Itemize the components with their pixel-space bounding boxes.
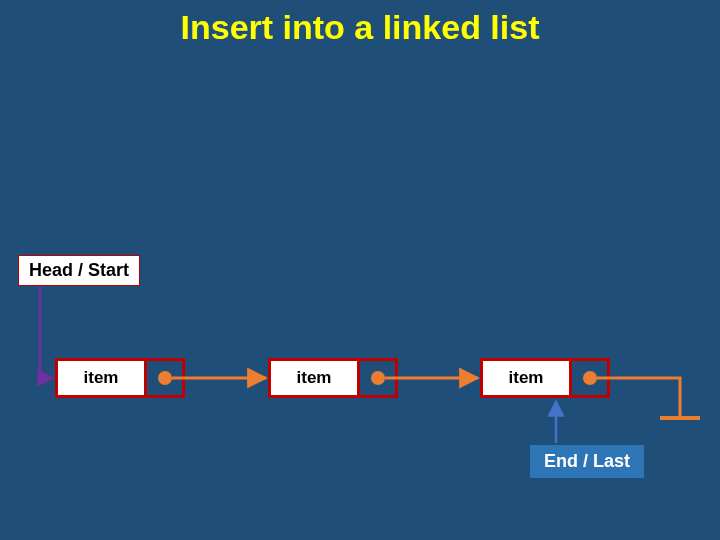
head-label: Head / Start xyxy=(18,255,140,286)
pointer-dot-icon xyxy=(371,371,385,385)
node-item-cell: item xyxy=(483,361,572,395)
end-label: End / Last xyxy=(530,445,644,478)
list-node-0: item xyxy=(55,358,185,398)
head-arrow xyxy=(40,286,53,378)
page-title: Insert into a linked list xyxy=(0,8,720,47)
node-item-cell: item xyxy=(271,361,360,395)
node-item-cell: item xyxy=(58,361,147,395)
pointer-dot-icon xyxy=(583,371,597,385)
node-pointer-cell xyxy=(147,361,182,395)
list-node-1: item xyxy=(268,358,398,398)
node-pointer-cell xyxy=(360,361,395,395)
list-node-2: item xyxy=(480,358,610,398)
pointer-dot-icon xyxy=(158,371,172,385)
node-pointer-cell xyxy=(572,361,607,395)
